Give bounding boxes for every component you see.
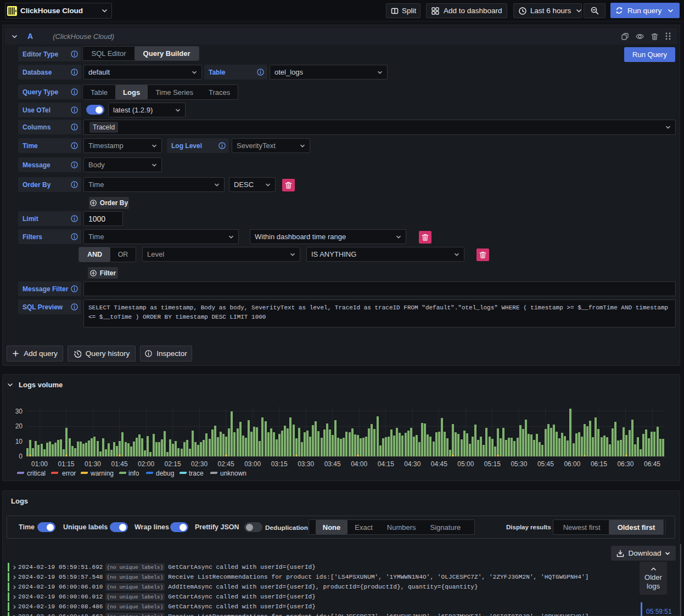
svg-text:info: info: [128, 470, 139, 477]
svg-text:0: 0: [19, 453, 23, 460]
svg-text:04:30: 04:30: [404, 460, 421, 468]
svg-text:warning: warning: [90, 470, 114, 477]
svg-text:05:45: 05:45: [537, 460, 554, 468]
svg-text:03:45: 03:45: [324, 460, 341, 468]
svg-text:05:30: 05:30: [511, 460, 527, 468]
svg-text:10: 10: [15, 438, 23, 445]
svg-text:04:00: 04:00: [351, 460, 367, 468]
svg-text:02:00: 02:00: [138, 460, 154, 468]
svg-text:error: error: [62, 470, 76, 477]
svg-text:04:15: 04:15: [378, 460, 394, 468]
svg-text:04:45: 04:45: [431, 460, 447, 468]
svg-text:01:00: 01:00: [31, 460, 48, 468]
svg-text:02:15: 02:15: [165, 460, 181, 468]
svg-text:06:30: 06:30: [617, 460, 633, 468]
svg-text:02:30: 02:30: [191, 460, 208, 468]
svg-text:debug: debug: [156, 470, 174, 477]
svg-text:01:30: 01:30: [85, 460, 101, 468]
svg-text:01:15: 01:15: [58, 460, 74, 468]
svg-text:03:15: 03:15: [271, 460, 288, 468]
svg-text:20: 20: [15, 422, 23, 430]
svg-text:03:30: 03:30: [298, 460, 314, 468]
svg-text:05:15: 05:15: [484, 460, 501, 468]
svg-text:06:15: 06:15: [591, 460, 607, 468]
svg-text:03:00: 03:00: [244, 460, 261, 468]
svg-text:02:45: 02:45: [218, 460, 234, 468]
svg-text:01:45: 01:45: [111, 460, 128, 468]
svg-text:trace: trace: [189, 470, 204, 477]
svg-text:30: 30: [15, 408, 23, 415]
svg-text:05:00: 05:00: [457, 460, 474, 468]
svg-text:06:00: 06:00: [564, 460, 580, 468]
svg-text:unknown: unknown: [220, 470, 246, 477]
svg-text:critical: critical: [27, 470, 46, 477]
svg-text:06:45: 06:45: [644, 460, 660, 468]
